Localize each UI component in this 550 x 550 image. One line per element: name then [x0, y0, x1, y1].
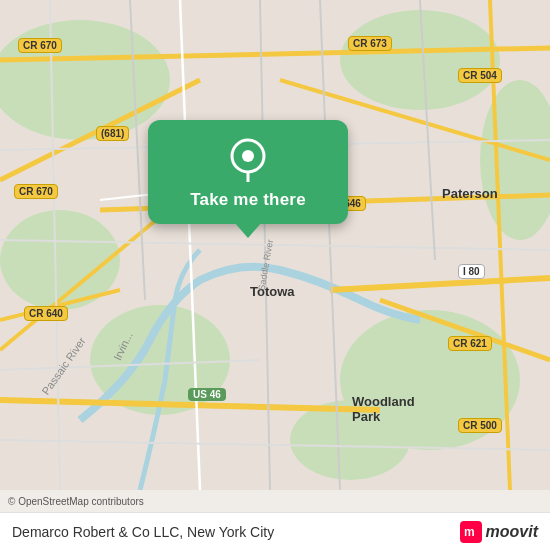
svg-text:m: m [464, 525, 475, 539]
svg-point-2 [340, 10, 500, 110]
road-badge-cr670-top: CR 670 [18, 38, 62, 53]
road-badge-cr673: CR 673 [348, 36, 392, 51]
road-badge-cr621: CR 621 [448, 336, 492, 351]
location-pin-icon [226, 138, 270, 182]
road-badge-us46: US 46 [188, 388, 226, 401]
moovit-brand-name: moovit [486, 523, 538, 541]
attribution-bar: © OpenStreetMap contributors [0, 490, 550, 512]
label-paterson: Paterson [442, 186, 498, 201]
take-me-there-button[interactable]: Take me there [148, 120, 348, 224]
road-badge-cr504: CR 504 [458, 68, 502, 83]
road-badge-cr500: CR 500 [458, 418, 502, 433]
label-woodland-park: WoodlandPark [352, 394, 415, 424]
road-badge-cr670-mid: CR 670 [14, 184, 58, 199]
popup-label: Take me there [190, 190, 306, 210]
map-container: CR 670 CR 673 CR 504 (681) CR 670 CR 646… [0, 0, 550, 490]
road-badge-681: (681) [96, 126, 129, 141]
svg-point-30 [242, 150, 254, 162]
moovit-logo: m moovit [460, 521, 538, 543]
attribution-text: © OpenStreetMap contributors [8, 496, 144, 507]
place-title: Demarco Robert & Co LLC, New York City [12, 524, 274, 540]
moovit-brand-icon: m [460, 521, 482, 543]
bottom-bar: Demarco Robert & Co LLC, New York City m… [0, 512, 550, 550]
road-badge-i80: I 80 [458, 264, 485, 279]
road-badge-cr640: CR 640 [24, 306, 68, 321]
